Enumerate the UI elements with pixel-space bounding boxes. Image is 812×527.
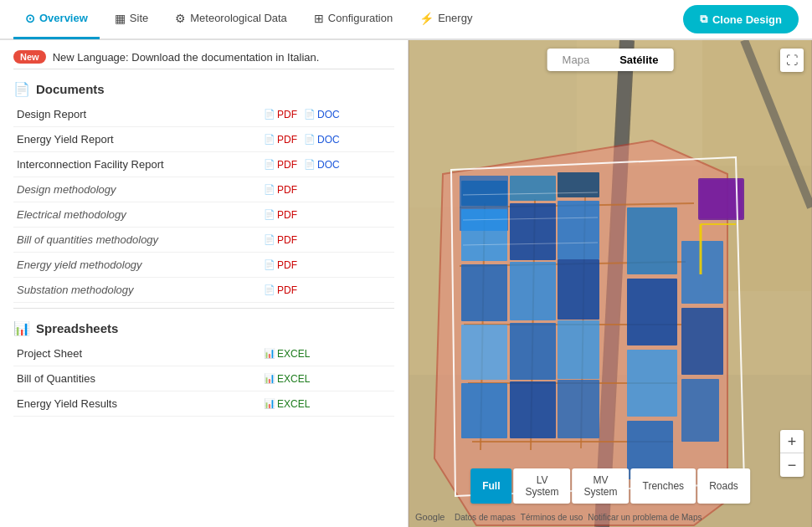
overview-icon: ⊙: [25, 12, 35, 25]
svg-rect-25: [510, 262, 556, 320]
zoom-controls: + −: [780, 430, 804, 477]
documents-header: 📄 Documents: [13, 81, 394, 97]
nav-items: ⊙ Overview ▦ Site ⚙ Meteorological Data …: [13, 0, 484, 39]
map-background: [409, 40, 812, 527]
sheet-name: Energy Yield Results: [17, 397, 117, 410]
terminos-uso-link[interactable]: Términos de uso: [521, 513, 583, 522]
nav-configuration[interactable]: ⊞ Configuration: [302, 0, 404, 39]
svg-rect-31: [510, 381, 556, 438]
svg-rect-24: [461, 264, 507, 321]
fullscreen-icon: ⛶: [786, 54, 798, 67]
pdf-link[interactable]: 📄PDF: [264, 184, 297, 196]
svg-rect-30: [461, 383, 507, 438]
pdf-link[interactable]: 📄PDF: [264, 284, 297, 296]
nav-overview[interactable]: ⊙ Overview: [13, 0, 100, 39]
svg-rect-19: [558, 172, 599, 197]
map-links: Datos de mapas Términos de uso Notificar…: [455, 513, 702, 522]
notification-text: New Language: Download the documentation…: [53, 51, 320, 64]
excel-link[interactable]: 📊EXCEL: [264, 398, 310, 410]
divider-1: [13, 69, 394, 69]
satelite-button[interactable]: Satélite: [604, 49, 673, 71]
pdf-link[interactable]: 📄PDF: [264, 109, 297, 120]
datos-mapas-link[interactable]: Datos de mapas: [455, 513, 516, 522]
map-tab-lv-system[interactable]: LV System: [514, 468, 571, 504]
nav-overview-label: Overview: [39, 12, 88, 24]
pdf-link[interactable]: 📄PDF: [264, 259, 297, 271]
doc-icon: 📄: [304, 134, 316, 145]
new-badge: New: [13, 50, 46, 64]
spreadsheets-header: 📊 Spreadsheets: [13, 320, 394, 336]
svg-rect-37: [681, 241, 723, 304]
table-row: Design Report 📄PDF 📄DOC: [13, 102, 394, 127]
pdf-link[interactable]: 📄PDF: [264, 134, 297, 146]
doc-name: Energy Yield Report: [17, 133, 114, 146]
doc-icon: 📄: [304, 109, 316, 120]
excel-icon: 📊: [264, 348, 275, 359]
top-navigation: ⊙ Overview ▦ Site ⚙ Meteorological Data …: [0, 0, 812, 40]
svg-rect-18: [510, 176, 556, 201]
pdf-icon: 📄: [264, 234, 275, 245]
pdf-link[interactable]: 📄PDF: [264, 234, 297, 246]
table-row: Substation methodology 📄PDF: [13, 278, 394, 303]
svg-rect-21: [461, 209, 507, 261]
svg-rect-38: [681, 308, 723, 375]
notification-row: New New Language: Download the documenta…: [13, 50, 394, 64]
map-tab-full[interactable]: Full: [470, 468, 511, 504]
svg-rect-26: [558, 259, 599, 320]
nav-meteorological[interactable]: ⚙ Meteorological Data: [163, 0, 299, 39]
zoom-in-button[interactable]: +: [780, 430, 804, 453]
map-tab-trenches[interactable]: Trenches: [631, 468, 696, 504]
excel-icon: 📊: [264, 398, 275, 409]
map-tab-roads[interactable]: Roads: [697, 468, 750, 504]
google-attribution: Google: [415, 512, 445, 522]
table-row: Energy yield methodology 📄PDF: [13, 253, 394, 278]
doc-name: Electrical methodology: [17, 208, 126, 221]
table-row: Bill of Quantities 📊EXCEL: [13, 366, 394, 391]
nav-site[interactable]: ▦ Site: [103, 0, 160, 39]
google-label: Google: [415, 512, 445, 522]
doc-name: Energy yield methodology: [17, 258, 142, 271]
svg-rect-27: [461, 325, 507, 380]
configuration-icon: ⊞: [314, 12, 324, 25]
spreadsheets-table: Project Sheet 📊EXCEL Bill of Quantities …: [13, 341, 394, 417]
sheet-name: Bill of Quantities: [17, 372, 95, 385]
documents-table: Design Report 📄PDF 📄DOC Energy Yield Rep…: [13, 102, 394, 303]
pdf-icon: 📄: [264, 184, 275, 195]
doc-name: Design methodology: [17, 183, 116, 196]
site-icon: ▦: [115, 12, 126, 25]
excel-link[interactable]: 📊EXCEL: [264, 348, 310, 360]
doc-name: Bill of quantities methodology: [17, 233, 158, 246]
table-row: Bill of quantities methodology 📄PDF: [13, 228, 394, 253]
zoom-out-button[interactable]: −: [780, 453, 804, 477]
pdf-link[interactable]: 📄PDF: [264, 209, 297, 221]
fullscreen-button[interactable]: ⛶: [780, 49, 804, 72]
svg-rect-28: [510, 323, 556, 380]
pdf-icon: 📄: [264, 284, 275, 295]
documents-icon: 📄: [13, 81, 30, 97]
pdf-link[interactable]: 📄PDF: [264, 159, 297, 171]
map-bottom-tabs: FullLV SystemMV SystemTrenchesRoads: [470, 468, 750, 504]
mapa-button[interactable]: Mapa: [547, 49, 605, 71]
spreadsheets-title: Spreadsheets: [36, 321, 118, 335]
doc-link[interactable]: 📄DOC: [304, 134, 340, 146]
doc-icon: 📄: [304, 159, 316, 170]
nav-energy[interactable]: ⚡ Energy: [408, 0, 484, 39]
svg-rect-29: [558, 320, 599, 379]
table-row: Project Sheet 📊EXCEL: [13, 341, 394, 366]
doc-link[interactable]: 📄DOC: [304, 159, 340, 171]
documents-title: Documents: [36, 82, 105, 96]
table-row: Energy Yield Report 📄PDF 📄DOC: [13, 127, 394, 152]
pdf-icon: 📄: [264, 209, 275, 220]
clone-design-button[interactable]: ⧉ Clone Design: [683, 5, 799, 33]
clone-button-label: Clone Design: [712, 13, 782, 26]
map-panel: Mapa Satélite ⛶ + − FullLV SystemMV Syst…: [409, 40, 812, 527]
doc-link[interactable]: 📄DOC: [304, 109, 340, 120]
svg-rect-33: [627, 207, 677, 274]
map-tab-mv-system[interactable]: MV System: [573, 468, 630, 504]
svg-rect-35: [627, 350, 677, 417]
map-svg: [409, 40, 812, 527]
notificar-link[interactable]: Notificar un problema de Maps: [588, 513, 702, 522]
excel-link[interactable]: 📊EXCEL: [264, 373, 310, 385]
svg-rect-39: [681, 379, 719, 442]
pdf-icon: 📄: [264, 134, 275, 145]
